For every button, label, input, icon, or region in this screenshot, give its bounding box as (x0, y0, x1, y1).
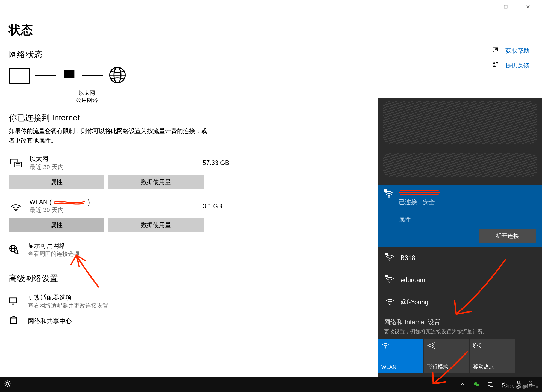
globe-icon (108, 66, 127, 86)
network-status-heading: 网络状态 (9, 49, 244, 60)
airplane-tile[interactable]: 飞行模式 (424, 339, 469, 373)
svg-rect-49 (490, 384, 493, 387)
wlan-usage-button[interactable]: 数据使用量 (108, 218, 204, 232)
network-flyout: 已连接，安全 属性 断开连接 B318 eduroam @f-Young 网络和… (378, 98, 542, 378)
wifi-item[interactable]: eduroam (378, 269, 542, 291)
show-networks-title: 显示可用网络 (28, 241, 85, 250)
secured-wifi-icon (384, 189, 394, 200)
airplane-icon (427, 342, 466, 350)
taskbar[interactable]: 英 拼 (0, 377, 542, 392)
adapter-icon (9, 296, 21, 307)
get-help-label: 获取帮助 (505, 47, 529, 55)
svg-point-18 (15, 210, 17, 211)
network-usage: 57.33 GB (203, 159, 244, 167)
svg-rect-33 (385, 275, 388, 277)
window-titlebar (477, 0, 542, 14)
svg-line-42 (5, 381, 6, 382)
connected-properties-link[interactable]: 属性 (399, 216, 536, 224)
wifi-icon (9, 201, 23, 212)
svg-line-44 (5, 385, 6, 386)
svg-rect-29 (384, 189, 387, 192)
feedback-icon (492, 61, 499, 70)
wechat-icon[interactable] (473, 381, 480, 388)
svg-point-36 (477, 345, 478, 346)
globe-search-icon (9, 244, 21, 255)
hotspot-icon (473, 342, 511, 350)
wlan-tile[interactable]: WLAN (378, 339, 423, 373)
ethernet-usage-button[interactable]: 数据使用量 (108, 175, 204, 189)
diagram-device-label: 以太网 公用网络 (70, 89, 103, 104)
chevron-up-icon[interactable] (459, 381, 466, 388)
network-sub: 最近 30 天内 (30, 163, 196, 171)
minimize-button[interactable] (477, 1, 490, 13)
feedback-link[interactable]: 提供反馈 (492, 61, 529, 70)
svg-point-32 (389, 282, 390, 283)
adapter-title: 更改适配器选项 (28, 293, 114, 302)
sharing-center[interactable]: 网络和共享中心 (9, 316, 244, 326)
tile-label: 移动热点 (473, 363, 511, 370)
svg-point-47 (476, 384, 479, 386)
network-usage: 3.1 GB (203, 203, 244, 210)
show-available-networks[interactable]: 显示可用网络 查看周围的连接选项。 (9, 241, 244, 258)
sharing-icon (9, 316, 21, 326)
wifi-item[interactable]: @f-Young (378, 291, 542, 313)
wifi-item[interactable]: B318 (378, 247, 542, 269)
open-wifi-icon (385, 297, 394, 307)
adapter-sub: 查看网络适配器并更改连接设置。 (28, 302, 114, 310)
wifi-name: eduroam (400, 276, 425, 284)
net-settings-title: 网络和 Internet 设置 (384, 318, 536, 326)
feedback-label: 提供反馈 (505, 61, 529, 70)
svg-line-45 (9, 381, 10, 382)
redacted-area (383, 147, 537, 183)
adapter-options[interactable]: 更改适配器选项 查看网络适配器并更改连接设置。 (9, 293, 244, 310)
close-button[interactable] (522, 1, 534, 13)
ethernet-properties-button[interactable]: 属性 (9, 175, 104, 189)
secured-wifi-icon (385, 275, 394, 285)
svg-point-5 (493, 62, 495, 64)
network-settings-link[interactable]: 网络和 Internet 设置 更改设置，例如将某连接设置为按流量计费。 (378, 313, 542, 337)
network-name: 以太网 (30, 155, 196, 163)
connection-status: 已连接，安全 (399, 198, 536, 206)
network-row-wlan: WLAN ( ) 最近 30 天内 3.1 GB (9, 199, 244, 214)
wlan-properties-button[interactable]: 属性 (9, 218, 104, 232)
chat-help-icon (492, 46, 499, 55)
network-tray-icon[interactable] (487, 381, 494, 388)
network-sub: 最近 30 天内 (30, 206, 196, 214)
diagram-line (82, 75, 103, 76)
svg-rect-6 (496, 62, 498, 64)
connection-diagram (9, 66, 244, 86)
svg-rect-24 (10, 298, 16, 303)
page-title: 状态 (9, 22, 244, 38)
quick-action-tiles: WLAN 飞行模式 移动热点 (378, 337, 542, 373)
wifi-icon (381, 342, 420, 350)
svg-rect-27 (11, 318, 17, 323)
network-device-icon (61, 68, 77, 84)
svg-rect-8 (67, 73, 71, 76)
maximize-button[interactable] (499, 1, 512, 13)
help-links: 获取帮助 提供反馈 (492, 46, 529, 70)
diagram-line (35, 75, 56, 76)
svg-point-37 (6, 382, 9, 385)
wifi-name: @f-Young (400, 299, 428, 306)
sharing-title: 网络和共享中心 (28, 317, 72, 325)
ssid-redacted (399, 190, 440, 195)
network-name: WLAN ( ) (30, 199, 196, 206)
advanced-heading: 高级网络设置 (9, 273, 244, 284)
svg-point-30 (389, 260, 390, 261)
svg-line-43 (9, 385, 10, 386)
get-help-link[interactable]: 获取帮助 (492, 46, 529, 55)
settings-content: 状态 网络状态 以太网 公用网络 你已连接到 Internet 如果你的流量套餐… (9, 22, 244, 326)
computer-icon (9, 68, 30, 84)
svg-point-4 (496, 48, 497, 50)
connected-network-card[interactable]: 已连接，安全 属性 断开连接 (378, 185, 542, 247)
wifi-name: B318 (400, 254, 415, 262)
tile-label: WLAN (381, 364, 420, 370)
hotspot-tile[interactable]: 移动热点 (470, 339, 515, 373)
gear-icon (3, 380, 11, 388)
svg-rect-1 (504, 5, 507, 8)
connected-heading: 你已连接到 Internet (9, 112, 244, 123)
disconnect-button[interactable]: 断开连接 (479, 229, 536, 243)
connected-description: 如果你的流量套餐有限制，则你可以将此网络设置为按流量计费的连接，或者更改其他属性… (9, 126, 211, 145)
svg-point-22 (14, 250, 17, 253)
svg-point-35 (385, 347, 386, 349)
